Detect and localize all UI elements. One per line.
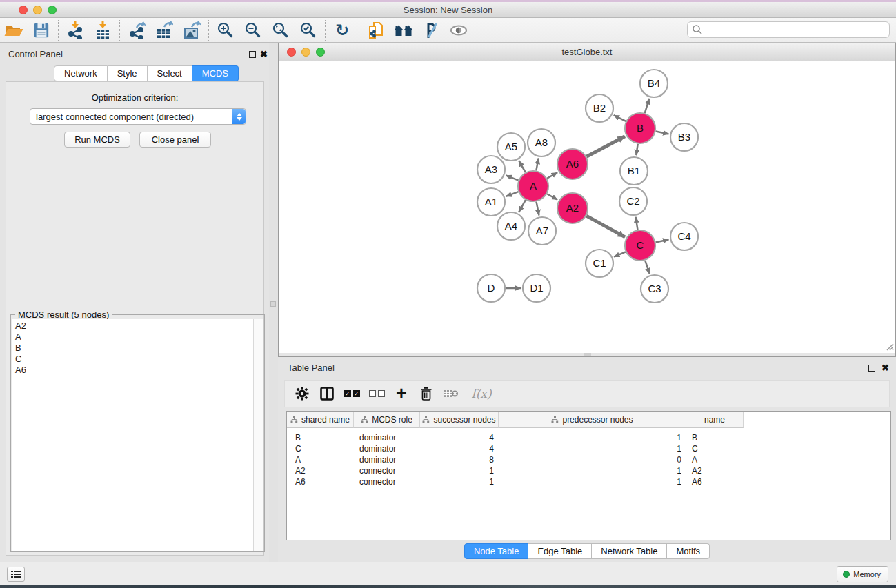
column-header-name[interactable]: name [686, 412, 744, 428]
control-panel: Control Panel ✖ Network Style Select MCD… [0, 43, 269, 562]
task-history-button[interactable] [7, 567, 25, 582]
import-network-button[interactable] [61, 19, 89, 41]
optimization-criterion-label: Optimization criterion: [6, 92, 263, 103]
graph-node-label-B2: B2 [593, 102, 606, 114]
run-mcds-button[interactable]: Run MCDS [64, 132, 130, 148]
zoom-selected-icon [299, 21, 317, 39]
graph-edge-C-C1[interactable] [614, 252, 626, 256]
delete-table-button[interactable] [441, 383, 461, 404]
eye-button[interactable] [445, 19, 472, 41]
list-item[interactable]: A [15, 332, 254, 343]
close-panel-button[interactable]: Close panel [139, 132, 211, 148]
tab-network[interactable]: Network [54, 65, 108, 81]
graph-edge-C-C2[interactable] [636, 217, 638, 230]
list-item[interactable]: B [15, 343, 254, 354]
zoom-in-button[interactable] [212, 19, 239, 41]
toolbar-separator [325, 20, 326, 41]
column-header-successor-nodes[interactable]: successor nodes [420, 412, 499, 428]
open-session-button[interactable] [0, 19, 28, 41]
list-item[interactable]: A2 [15, 321, 254, 332]
panel-splitter[interactable] [269, 43, 278, 562]
graph-edge-A2-C[interactable] [586, 216, 625, 237]
tab-style[interactable]: Style [108, 65, 148, 81]
float-table-panel-icon[interactable] [868, 365, 875, 372]
close-panel-icon[interactable]: ✖ [260, 49, 268, 59]
graph-edge-A-A6[interactable] [547, 172, 557, 179]
splitter-handle[interactable] [270, 301, 276, 307]
float-panel-icon[interactable] [249, 51, 256, 58]
show-columns-button[interactable] [317, 383, 337, 404]
search-input[interactable] [703, 23, 889, 37]
graph-node-label-A7: A7 [536, 225, 548, 236]
graph-edge-C-C4[interactable] [656, 240, 669, 243]
export-table-button[interactable] [150, 19, 178, 41]
graph-edge-A6-B[interactable] [586, 136, 625, 157]
network-window-titlebar[interactable]: testGlobe.txt [279, 43, 895, 61]
graph-edge-A-A5[interactable] [519, 161, 525, 172]
eye-icon [449, 23, 468, 38]
hide-details-button[interactable] [417, 19, 445, 41]
control-panel-tabs: Network Style Select MCDS [54, 65, 239, 81]
toolbar-separator [208, 20, 209, 41]
toolbar-search [687, 21, 890, 38]
graph-node-label-C2: C2 [626, 195, 639, 207]
network-view-window: testGlobe.txt AA1A2A3A4A5A6A7A8BB1B2B3B4… [278, 43, 896, 357]
close-table-panel-icon[interactable]: ✖ [882, 363, 889, 373]
graph-edge-B-B2[interactable] [614, 115, 626, 121]
tab-select[interactable]: Select [148, 65, 192, 81]
graph-edge-A-A1[interactable] [506, 192, 519, 196]
list-item[interactable]: C [15, 354, 254, 365]
result-list-scrollbar[interactable] [253, 319, 263, 551]
column-type-icon [361, 416, 368, 423]
criterion-dropdown[interactable]: largest connected component (directed) [30, 108, 246, 125]
graph-node-label-B: B [637, 122, 644, 134]
network-canvas[interactable]: AA1A2A3A4A5A6A7A8BB1B2B3B4CC1C2C3C4DD1 [279, 61, 895, 353]
column-header-predecessor-nodes[interactable]: predecessor nodes [499, 412, 686, 428]
graph-edge-B-B4[interactable] [645, 99, 649, 113]
column-header-shared-name[interactable]: shared name [287, 412, 354, 428]
select-all-button[interactable]: ✓✓ [341, 383, 362, 404]
add-row-button[interactable]: + [391, 383, 412, 404]
clone-network-button[interactable] [362, 19, 390, 41]
tab-node-table[interactable]: Node Table [464, 543, 529, 559]
app-title: Session: New Session [0, 5, 896, 15]
deselect-all-button[interactable] [366, 383, 387, 404]
graph-edge-A-A8[interactable] [536, 159, 538, 171]
column-type-icon [290, 416, 298, 423]
delete-row-button[interactable] [416, 383, 437, 404]
refresh-button[interactable]: ↻ [328, 19, 356, 41]
zoom-selected-button[interactable] [295, 19, 322, 41]
zoom-fit-button[interactable] [267, 19, 295, 41]
graph-node-label-A6: A6 [566, 158, 579, 170]
tab-motifs[interactable]: Motifs [667, 543, 710, 559]
window-resize-grip[interactable] [884, 341, 894, 351]
save-floppy-icon [33, 22, 50, 39]
graph-edge-A-A7[interactable] [537, 202, 539, 216]
export-network-button[interactable] [123, 19, 150, 41]
table-tabs: Node Table Edge Table Network Table Moti… [278, 543, 896, 559]
home-button[interactable] [390, 19, 417, 41]
graph-edge-A-A4[interactable] [519, 200, 526, 212]
table-settings-button[interactable] [292, 383, 312, 404]
list-item[interactable]: A6 [15, 365, 254, 376]
memory-button[interactable]: Memory [837, 566, 888, 582]
export-image-button[interactable] [178, 19, 206, 41]
save-session-button[interactable] [28, 19, 55, 41]
tab-mcds[interactable]: MCDS [192, 65, 239, 81]
zoom-out-icon [244, 21, 262, 39]
function-builder-button[interactable]: f(x) [466, 383, 497, 404]
tab-network-table[interactable]: Network Table [592, 543, 667, 559]
view-splitter-handle[interactable] [584, 353, 591, 356]
graph-edge-B-B1[interactable] [636, 144, 637, 155]
tab-edge-table[interactable]: Edge Table [528, 543, 592, 559]
graph-edge-A-A2[interactable] [547, 194, 557, 200]
graph-node-label-A1: A1 [485, 196, 497, 207]
graph-edge-A-A3[interactable] [506, 175, 518, 180]
mcds-result-groupbox: MCDS result (5 nodes) A2 A B C A6 [10, 314, 265, 552]
graph-edge-B-B3[interactable] [656, 132, 669, 134]
zoom-out-button[interactable] [239, 19, 267, 41]
import-table-button[interactable] [89, 19, 117, 41]
column-header-mcds-role[interactable]: MCDS role [354, 412, 420, 428]
graph-edge-C-C3[interactable] [645, 261, 649, 274]
plus-icon: + [396, 385, 407, 403]
